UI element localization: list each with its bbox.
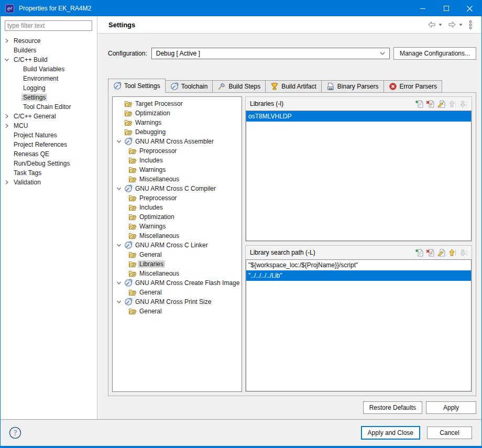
tool-tree-item-target-processor[interactable]: Target Processor (113, 99, 242, 108)
view-menu-button[interactable] (467, 19, 474, 31)
search-path-item[interactable]: "../../../../Lib" (246, 270, 471, 281)
minimize-button[interactable] (411, 1, 434, 16)
wrench-icon (170, 82, 179, 91)
titlebar[interactable]: e² Properties for EK_RA4M2 (1, 1, 481, 16)
tab-build-steps[interactable]: Build Steps (213, 80, 266, 93)
dropdown-triangle-icon (439, 24, 442, 26)
cancel-button[interactable]: Cancel (427, 427, 472, 439)
tool-tree-item-warnings[interactable]: Warnings (113, 118, 242, 127)
properties-tree: ResourceBuildersC/C++ BuildBuild Variabl… (1, 36, 97, 187)
tree-item-label: Logging (21, 84, 47, 92)
sidebar-item-validation[interactable]: Validation (1, 178, 97, 187)
tool-tree-item-gnu-arm-cross-create-flash-image[interactable]: GNU ARM Cross Create Flash Image (113, 278, 242, 288)
move-up-button[interactable] (447, 248, 458, 258)
wrench-icon (113, 82, 122, 90)
tool-icon (124, 279, 133, 287)
tool-tree-item-preprocessor[interactable]: Preprocessor (113, 193, 242, 203)
configuration-select[interactable]: Debug [ Active ] (151, 48, 390, 59)
tab-label: Build Artifact (281, 83, 316, 90)
tool-tree-item-miscellaneous[interactable]: Miscellaneous (113, 231, 242, 241)
library-search-path-list[interactable]: "${workspace_loc:/${ProjName}}/script"".… (246, 259, 472, 391)
tree-spacer (3, 169, 11, 177)
tool-tree-item-miscellaneous[interactable]: Miscellaneous (113, 174, 242, 184)
sidebar-item-settings[interactable]: Settings (1, 93, 97, 102)
edit-item-button[interactable] (436, 99, 447, 109)
apply-and-close-button[interactable]: Apply and Close (361, 426, 420, 440)
chevron-right-icon (3, 112, 11, 121)
tree-item-label: GNU ARM Cross C Linker (134, 242, 210, 249)
tool-icon (124, 137, 133, 146)
chevron-down-icon (3, 56, 11, 64)
tool-tree-item-warnings[interactable]: Warnings (113, 165, 242, 174)
sidebar-item-project-references[interactable]: Project References (1, 140, 97, 149)
forward-arrow-button[interactable] (446, 19, 464, 30)
sidebar-item-builders[interactable]: Builders (1, 46, 97, 55)
chevron-right-icon (3, 178, 11, 187)
configuration-value: Debug [ Active ] (156, 50, 200, 57)
error-icon (389, 82, 397, 91)
category-folder-icon (124, 128, 133, 136)
search-path-item[interactable]: "${workspace_loc:/${ProjName}}/script" (246, 260, 471, 270)
tool-tree-item-warnings[interactable]: Warnings (113, 222, 242, 231)
sidebar-item-project-natures[interactable]: Project Natures (1, 130, 97, 140)
close-button[interactable] (458, 1, 481, 16)
manage-configurations-button[interactable]: Manage Configurations... (393, 47, 476, 60)
sidebar-item-mcu[interactable]: MCU (1, 121, 97, 130)
tool-tree-item-includes[interactable]: Includes (113, 156, 242, 165)
category-folder-icon (128, 156, 137, 165)
tool-tree-item-gnu-arm-cross-print-size[interactable]: GNU ARM Cross Print Size (113, 297, 242, 307)
sidebar-item-environment[interactable]: Environment (1, 74, 97, 83)
tree-item-label: Preprocessor (138, 147, 178, 155)
tree-item-label: Warnings (134, 119, 163, 126)
tree-item-label: Preprocessor (138, 194, 178, 202)
sidebar-item-build-variables[interactable]: Build Variables (1, 64, 97, 74)
category-folder-icon (128, 250, 137, 259)
sidebar-item-logging[interactable]: Logging (1, 83, 97, 93)
tool-icon (124, 241, 133, 249)
tool-tree-item-includes[interactable]: Includes (113, 203, 242, 212)
tool-tree-item-miscellaneous[interactable]: Miscellaneous (113, 269, 242, 278)
delete-item-button[interactable] (425, 248, 436, 258)
restore-defaults-button[interactable]: Restore Defaults (363, 401, 422, 414)
sidebar-item-c-c-build[interactable]: C/C++ Build (1, 55, 97, 64)
filter-input[interactable] (5, 20, 92, 31)
tool-tree-item-gnu-arm-cross-assembler[interactable]: GNU ARM Cross Assembler (113, 137, 242, 146)
tool-tree-item-gnu-arm-cross-c-compiler[interactable]: GNU ARM Cross C Compiler (113, 184, 242, 193)
tool-tree-item-general[interactable]: General (113, 288, 242, 297)
tree-item-label: Task Tags (12, 169, 43, 177)
sidebar-item-task-tags[interactable]: Task Tags (1, 168, 97, 178)
help-button[interactable]: ? (8, 426, 22, 440)
tool-tree-item-optimization[interactable]: Optimization (113, 108, 242, 118)
add-item-button[interactable] (414, 248, 425, 258)
delete-item-button[interactable] (425, 99, 436, 109)
chevron-right-icon (3, 122, 11, 130)
tool-tree-item-preprocessor[interactable]: Preprocessor (113, 146, 242, 156)
add-item-button[interactable] (414, 99, 425, 109)
sidebar-item-renesas-qe[interactable]: Renesas QE (1, 149, 97, 159)
tool-tree-item-optimization[interactable]: Optimization (113, 212, 242, 222)
sidebar-item-resource[interactable]: Resource (1, 36, 97, 46)
chevron-down-icon (115, 137, 123, 146)
maximize-button[interactable] (434, 1, 458, 16)
tool-tree-item-general[interactable]: General (113, 307, 242, 316)
edit-item-button[interactable] (436, 248, 447, 258)
tool-tree-item-gnu-arm-cross-c-linker[interactable]: GNU ARM Cross C Linker (113, 241, 242, 250)
linker-options-column: Libraries (-l) osT8MLVHLDP Library searc… (245, 96, 472, 392)
tab-tool-settings[interactable]: Tool Settings (108, 79, 166, 93)
sidebar-item-run-debug-settings[interactable]: Run/Debug Settings (1, 159, 97, 168)
tool-tree-item-libraries[interactable]: Libraries (113, 259, 242, 269)
sidebar-item-tool-chain-editor[interactable]: Tool Chain Editor (1, 102, 97, 112)
libraries-list[interactable]: osT8MLVHLDP (246, 111, 472, 241)
tab-toolchain[interactable]: Toolchain (166, 80, 213, 93)
tool-tree-item-debugging[interactable]: Debugging (113, 127, 242, 137)
tab-error-parsers[interactable]: Error Parsers (384, 80, 442, 93)
sidebar-item-c-c-general[interactable]: C/C++ General (1, 112, 97, 121)
tool-tree-item-general[interactable]: General (113, 250, 242, 259)
library-item[interactable]: osT8MLVHLDP (246, 111, 471, 122)
tab-binary-parsers[interactable]: 010Binary Parsers (322, 80, 384, 93)
forward-arrow-icon (447, 20, 457, 29)
tab-build-artifact[interactable]: Build Artifact (266, 80, 322, 93)
library-search-path-toolbar (414, 248, 469, 258)
back-arrow-button[interactable] (426, 19, 443, 30)
apply-button[interactable]: Apply (426, 401, 476, 414)
